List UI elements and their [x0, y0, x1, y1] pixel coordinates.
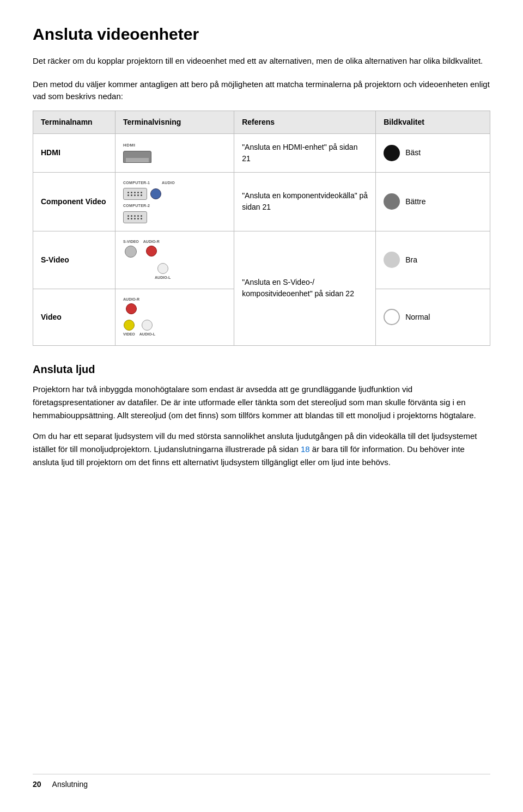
- footer-page-number: 20: [33, 779, 41, 790]
- computer1-label: COMPUTER-1: [123, 180, 159, 186]
- cell-component-quality: Bättre: [376, 172, 490, 231]
- cell-svideo-name: S-Video: [33, 231, 115, 289]
- quality-circle-good: [384, 252, 400, 268]
- table-row-component: Component Video COMPUTER-1 AUDIO: [33, 172, 490, 231]
- section-paragraph-2: Om du har ett separat ljudsystem vill du…: [33, 430, 490, 469]
- vga-port-2: [123, 211, 147, 223]
- intro-paragraph-1: Det räcker om du kopplar projektorn till…: [33, 55, 490, 68]
- audio-port-red: [146, 246, 157, 257]
- vga-port-1: [123, 188, 147, 200]
- hdmi-port-label: HDMI: [123, 142, 135, 149]
- svideo-port-shape: [125, 246, 137, 258]
- audio-r-label-video: AUDIO-R: [123, 297, 139, 303]
- cell-svideo-video-ref: "Ansluta en S-Video-/ kompositvideoenhet…: [234, 231, 376, 345]
- page-title: Ansluta videoenheter: [33, 22, 490, 46]
- audio-label-1: AUDIO: [162, 180, 197, 186]
- svideo-label: S-VIDEO: [123, 239, 139, 245]
- table-row-svideo: S-Video S-VIDEO AUDIO-R: [33, 231, 490, 289]
- cell-svideo-quality: Bra: [376, 231, 490, 289]
- cell-svideo-visual: S-VIDEO AUDIO-R AUDIO-L: [115, 231, 234, 289]
- col-header-referens: Referens: [234, 111, 376, 133]
- quality-circle-better: [384, 193, 400, 210]
- quality-circle-normal: [384, 309, 400, 325]
- computer2-label: COMPUTER-2: [123, 203, 159, 209]
- hdmi-port-shape: [123, 151, 151, 163]
- section-title-ljud: Ansluta ljud: [33, 361, 490, 377]
- cell-component-ref: "Ansluta en komponentvideokälla" på sida…: [234, 172, 376, 231]
- page-footer: 20 Anslutning: [33, 774, 490, 790]
- cell-hdmi-visual: HDMI: [115, 133, 234, 172]
- quality-label-better: Bättre: [405, 196, 425, 207]
- connection-table: Terminalnamn Terminalvisning Referens Bi…: [33, 111, 490, 346]
- intro-paragraph-2: Den metod du väljer kommer antagligen at…: [33, 78, 490, 103]
- table-row-hdmi: HDMI HDMI "Ansluta en HDMI-enhet" på sid…: [33, 133, 490, 172]
- col-header-bildkvalitet: Bildkvalitet: [376, 111, 490, 133]
- quality-label-best: Bäst: [405, 147, 421, 158]
- cell-video-name: Video: [33, 289, 115, 345]
- quality-label-normal: Normal: [405, 312, 430, 323]
- video-connector-diagram: AUDIO-R VIDEO AUDIO-L: [123, 297, 226, 338]
- audio-l-label-svideo: AUDIO-L: [155, 275, 171, 281]
- section-paragraph-1: Projektorn har två inbyggda monohögtalar…: [33, 383, 490, 422]
- video-label-tag: VIDEO: [123, 332, 135, 338]
- audio-port-white: [157, 263, 168, 274]
- audio-port-red-video: [126, 303, 137, 314]
- svideo-connector-diagram: S-VIDEO AUDIO-R AUDIO-L: [123, 239, 226, 281]
- audio-l-label-video: AUDIO-L: [139, 332, 155, 338]
- audio-r-label: AUDIO-R: [143, 239, 160, 245]
- footer-section-label: Anslutning: [52, 779, 88, 790]
- audio-port-white-video: [142, 320, 153, 331]
- video-port-yellow: [124, 320, 135, 331]
- col-header-terminalvisning: Terminalvisning: [115, 111, 234, 133]
- cell-hdmi-name: HDMI: [33, 133, 115, 172]
- hdmi-connector-diagram: HDMI: [123, 142, 226, 164]
- cell-video-visual: AUDIO-R VIDEO AUDIO-L: [115, 289, 234, 345]
- cell-hdmi-ref: "Ansluta en HDMI-enhet" på sidan 21: [234, 133, 376, 172]
- cell-component-name: Component Video: [33, 172, 115, 231]
- audio-port-blue-1: [150, 188, 161, 199]
- col-header-terminalnamn: Terminalnamn: [33, 111, 115, 133]
- quality-label-good: Bra: [405, 254, 417, 266]
- cell-component-visual: COMPUTER-1 AUDIO: [115, 172, 234, 231]
- cell-hdmi-quality: Bäst: [376, 133, 490, 172]
- para2-link[interactable]: 18: [301, 444, 310, 454]
- quality-circle-best: [384, 145, 400, 161]
- cell-video-quality: Normal: [376, 289, 490, 345]
- component-connector-diagram: COMPUTER-1 AUDIO: [123, 180, 226, 223]
